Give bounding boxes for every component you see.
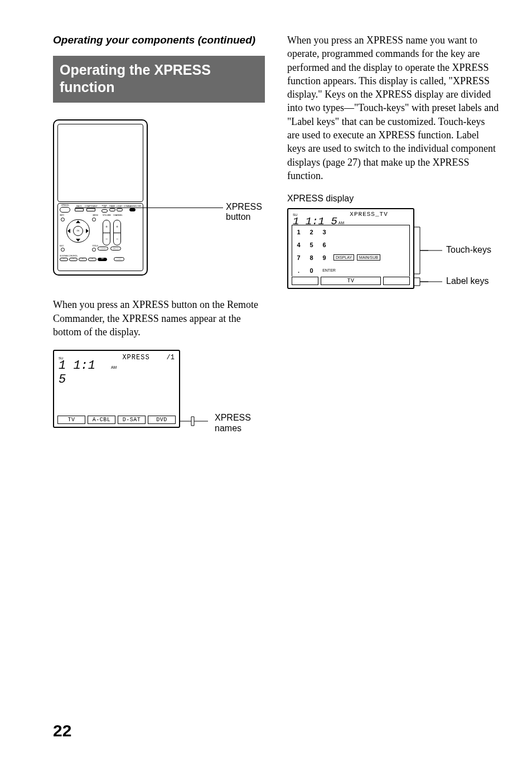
down-arrow-icon[interactable] (76, 239, 80, 242)
xpress-names-callout: XPRESS names (215, 412, 265, 433)
label-keys-callout: Label keys (446, 276, 489, 286)
menu-button[interactable] (92, 218, 96, 221)
recall-button[interactable]: RECALL (110, 247, 121, 250)
display-touch-key[interactable]: DISPLAY (333, 254, 354, 261)
up-arrow-icon[interactable] (76, 220, 80, 223)
section-title-bar: Operating the XPRESS function (53, 56, 265, 103)
lcd1-tab-tv[interactable]: TV (57, 416, 85, 424)
volume-label: VOLUME (103, 214, 110, 216)
page-number: 22 (53, 721, 71, 740)
sys-2-button[interactable]: 2 (69, 258, 78, 261)
sys-1-button[interactable]: 1 (60, 258, 68, 261)
tools-button[interactable] (92, 248, 96, 252)
exit-label: EXIT (60, 245, 64, 247)
lcd1-time: 1 1:1 5 (59, 359, 110, 387)
xpress-btn-label: XPRESS (61, 205, 69, 207)
syncup-label: SYNC UP (101, 205, 108, 209)
right-arrow-icon[interactable] (86, 229, 89, 233)
xpress-display-caption: XPRESS display (287, 194, 499, 204)
remote-figure: XPRESS BACK COMPONENT SYNC UP TIMER LIGH… (53, 119, 265, 287)
key-5[interactable]: 5 (305, 242, 318, 248)
mainsub-touch-key[interactable]: MAIN/SUB (357, 254, 380, 261)
check-button[interactable]: CHECK (114, 257, 124, 261)
continued-heading: Operating your components (continued) (53, 33, 265, 47)
lcd2-label-tab-left[interactable] (292, 277, 318, 285)
key-7[interactable]: 7 (292, 254, 305, 261)
tools-label: TOOLS (92, 245, 98, 247)
back-button[interactable] (75, 208, 84, 211)
lcd2-label-tab-right[interactable] (383, 277, 410, 285)
xpress-button[interactable] (60, 207, 70, 213)
key-9[interactable]: 9 (318, 254, 331, 261)
key-dot[interactable]: . (292, 267, 305, 274)
key-enter[interactable]: ENTER (318, 268, 340, 272)
channel-label: CHANNEL (113, 214, 121, 216)
sys-3-button[interactable]: 3 (79, 258, 87, 261)
lcd2-ampm: AM (338, 221, 345, 225)
left-arrow-icon[interactable] (67, 229, 70, 233)
lcd-figure-1: SU 1 1:1 5 AM XPRESS /1 TV A-CBL D-SAT D… (53, 350, 265, 439)
info-label: INFO (60, 214, 64, 216)
lcd1-tab-acbl[interactable]: A-CBL (88, 416, 115, 424)
muting-button[interactable]: MUTING (98, 247, 108, 250)
lcd1-ampm: AM (111, 365, 117, 369)
timer-button[interactable] (109, 208, 115, 211)
paragraph-right: When you press an XPRESS name you want t… (287, 33, 499, 182)
key-8[interactable]: 8 (305, 254, 318, 261)
paragraph-1: When you press an XPRESS button on the R… (53, 298, 265, 339)
info-button[interactable] (61, 218, 65, 221)
key-3[interactable]: 3 (318, 229, 331, 235)
lcd1-title: XPRESS (122, 354, 149, 361)
sys-off-button[interactable]: OFF (98, 258, 107, 261)
volume-rocker[interactable]: +− (103, 220, 110, 245)
menu-label: MENU (93, 214, 98, 216)
lcd2-label-tab-tv[interactable]: TV (321, 277, 381, 285)
xpress-button-callout: XPRESS button (226, 202, 265, 222)
key-6[interactable]: 6 (318, 242, 331, 248)
lcd1-tab-dvd[interactable]: DVD (148, 416, 176, 424)
lcd2-title: XPRESS_TV (350, 211, 388, 218)
key-2[interactable]: 2 (305, 229, 318, 235)
lcd1-tab-dsat[interactable]: D-SAT (118, 416, 146, 424)
lcd-figure-2: SU 1 1:1 5 AM XPRESS_TV 1 2 3 (287, 208, 499, 297)
touch-keys-callout: Touch-keys (446, 245, 491, 255)
key-0[interactable]: 0 (305, 267, 318, 274)
key-1[interactable]: 1 (292, 229, 305, 235)
exit-button[interactable] (61, 248, 65, 252)
light-button[interactable] (117, 208, 123, 211)
channel-rocker[interactable]: +− (113, 220, 121, 245)
sys-4-button[interactable]: 4 (88, 258, 96, 261)
commander-off-button[interactable] (129, 208, 136, 211)
key-4[interactable]: 4 (292, 242, 305, 248)
dpad[interactable]: INFO MENU OK EXIT TOOLS (60, 214, 96, 253)
component-button[interactable] (86, 208, 95, 211)
lcd1-page: /1 (167, 354, 175, 361)
syncup-button[interactable] (101, 209, 108, 213)
